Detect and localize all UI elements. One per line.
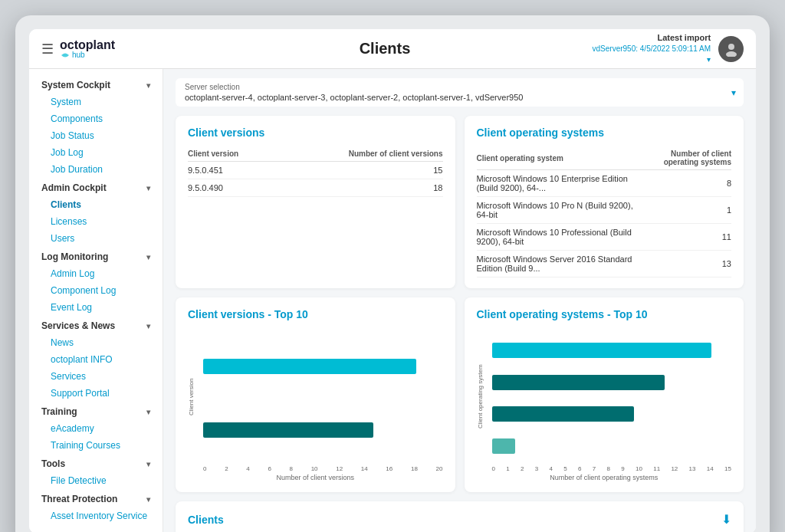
client-versions-chart: Client version (188, 328, 443, 481)
sidebar-section-label: System Cockpit (41, 80, 110, 90)
sidebar-section-label: Log Monitoring (41, 251, 108, 262)
charts-grid-bottom: Client versions - Top 10 Client version (176, 297, 744, 492)
clients-card-header: Clients ⬇ (188, 512, 731, 527)
bar-row (492, 340, 729, 361)
latest-import-value[interactable]: vdServer950: 4/5/2022 5:09:11 AM ▾ (590, 44, 711, 65)
user-avatar[interactable] (718, 36, 744, 62)
sidebar-item-job-duration[interactable]: Job Duration (29, 161, 163, 178)
page-title: Clients (360, 40, 411, 57)
bar-fill-teal-2 (492, 406, 634, 422)
x-axis-title: Number of client versions (188, 474, 443, 481)
client-os-chart: Client operating system (477, 328, 732, 481)
sidebar-item-asset-inventory[interactable]: Asset Inventory Service (29, 507, 163, 524)
x-axis-labels: 02468101214161820 (188, 465, 443, 472)
header-center: Clients (179, 40, 590, 57)
main-layout: System Cockpit ▾ System Components Job S… (29, 69, 756, 532)
sidebar-item-users[interactable]: Users (29, 230, 163, 247)
sidebar-item-news[interactable]: News (29, 334, 163, 351)
col-os-count-header: Number of client operating systems (636, 146, 731, 170)
sidebar-item-file-detective[interactable]: File Detective (29, 472, 163, 489)
logo-sub: hub (60, 51, 115, 59)
server-selection-value: octoplant-server-4, octoplant-server-3, … (185, 93, 734, 102)
sidebar-section-system-cockpit[interactable]: System Cockpit ▾ (29, 75, 163, 94)
client-os-table-card: Client operating systems Client operatin… (465, 116, 744, 288)
device-frame: ☰ octoplant hub Clients Latest import (15, 15, 770, 532)
clients-bottom-card: Clients ⬇ Server Client computer name Cl… (176, 501, 744, 532)
table-row: 9.5.0.45115 (188, 162, 443, 179)
charts-grid-top: Client versions Client version Number of… (176, 116, 744, 288)
col-version-header: Client version (188, 146, 277, 162)
table-row: 9.5.0.49018 (188, 179, 443, 197)
header: ☰ octoplant hub Clients Latest import (29, 29, 756, 69)
bar-row (492, 372, 729, 393)
latest-import-box: Latest import vdServer950: 4/5/2022 5:09… (590, 32, 711, 65)
chevron-down-icon: ▾ (146, 460, 150, 468)
bar-fill-light-teal (492, 438, 516, 454)
chevron-down-icon: ▾ (146, 184, 150, 192)
sidebar-item-job-status[interactable]: Job Status (29, 127, 163, 144)
sidebar-section-log-monitoring[interactable]: Log Monitoring ▾ (29, 247, 163, 265)
bar-chart-area: Client operating system (477, 328, 732, 465)
sidebar-item-licenses[interactable]: Licenses (29, 213, 163, 230)
logo-text: octoplant (60, 39, 115, 51)
sidebar-item-octoplant-info[interactable]: octoplant INFO (29, 351, 163, 368)
bar-fill-teal (492, 375, 665, 390)
sidebar-item-components[interactable]: Components (29, 110, 163, 127)
sidebar-section-label: Tools (41, 458, 65, 469)
app-window: ☰ octoplant hub Clients Latest import (29, 29, 756, 532)
chevron-down-icon: ▾ (146, 408, 150, 416)
chevron-down-icon: ▾ (146, 322, 150, 330)
table-row: Microsoft Windows 10 Enterprise Edition … (477, 170, 732, 197)
sidebar-item-component-log[interactable]: Component Log (29, 282, 163, 299)
logo-icon (60, 51, 71, 59)
bar-fill-cyan (203, 359, 416, 374)
dropdown-arrow-icon[interactable]: ▾ (731, 87, 736, 98)
table-row: Microsoft Windows 10 Professional (Build… (477, 224, 732, 251)
header-left: ☰ octoplant hub (41, 39, 179, 59)
bar-row (492, 403, 729, 425)
latest-import-label: Latest import (590, 32, 711, 44)
sidebar-item-admin-log[interactable]: Admin Log (29, 265, 163, 282)
bar-row (203, 419, 440, 441)
bar-chart-area: Client version (188, 328, 443, 465)
table-row: Microsoft Windows Server 2016 Standard E… (477, 251, 732, 277)
y-axis-label: Client version (188, 328, 200, 465)
sidebar-item-job-log[interactable]: Job Log (29, 144, 163, 161)
client-versions-chart-card: Client versions - Top 10 Client version (176, 297, 455, 492)
server-selection-label: Server selection (185, 83, 734, 91)
sidebar-section-label: Threat Protection (41, 494, 117, 504)
sidebar-item-services[interactable]: Services (29, 368, 163, 385)
download-icon[interactable]: ⬇ (721, 512, 731, 527)
sidebar-section-training[interactable]: Training ▾ (29, 402, 163, 420)
sidebar-section-services-news[interactable]: Services & News ▾ (29, 316, 163, 334)
sidebar-item-event-log[interactable]: Event Log (29, 299, 163, 316)
table-row: Microsoft Windows 10 Pro N (Build 9200),… (477, 197, 732, 224)
sidebar-item-support-portal[interactable]: Support Portal (29, 385, 163, 402)
menu-icon[interactable]: ☰ (41, 41, 54, 57)
bar-row (203, 356, 440, 377)
sidebar-section-label: Training (41, 406, 77, 417)
x-axis-labels: 0123456789101112131415 (477, 465, 732, 472)
sidebar-item-training-courses[interactable]: Training Courses (29, 437, 163, 454)
sidebar-section-threat-protection[interactable]: Threat Protection ▾ (29, 489, 163, 507)
sidebar-section-admin-cockpit[interactable]: Admin Cockpit ▾ (29, 178, 163, 196)
sidebar-item-eacademy[interactable]: eAcademy (29, 420, 163, 437)
col-os-header: Client operating system (477, 146, 636, 170)
sidebar-section-tools[interactable]: Tools ▾ (29, 454, 163, 472)
header-right: Latest import vdServer950: 4/5/2022 5:09… (590, 32, 744, 65)
sidebar-section-label: Services & News (41, 320, 115, 331)
col-count-header: Number of client versions (277, 146, 442, 162)
bar-chart-inner (200, 328, 443, 465)
svg-point-1 (726, 51, 737, 57)
client-os-chart-title: Client operating systems - Top 10 (477, 308, 732, 320)
clients-bottom-title: Clients (188, 514, 224, 526)
chevron-down-icon: ▾ (146, 253, 150, 261)
client-os-title: Client operating systems (477, 126, 732, 139)
client-versions-chart-title: Client versions - Top 10 (188, 308, 443, 320)
sidebar-item-clients[interactable]: Clients (29, 196, 163, 213)
chevron-down-icon: ▾ (146, 495, 150, 504)
sidebar-item-system[interactable]: System (29, 94, 163, 110)
content-area: Server selection octoplant-server-4, oct… (163, 69, 756, 532)
sidebar: System Cockpit ▾ System Components Job S… (29, 69, 163, 532)
bar-fill-cyan (492, 343, 712, 358)
